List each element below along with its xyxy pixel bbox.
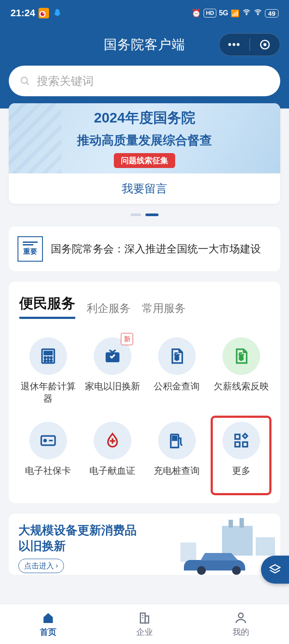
wifi-icon (242, 8, 251, 19)
important-badge-icon: 重要 (18, 236, 43, 262)
services-card: 便民服务 利企服务 常用服务 退休年龄计算器 新 家电以旧换新 ¥ (9, 282, 280, 503)
svg-point-23 (44, 439, 46, 441)
search-input[interactable]: 搜索关键词 (9, 66, 280, 96)
home-icon (41, 611, 55, 625)
svg-point-14 (44, 360, 46, 362)
important-news-card[interactable]: 重要 国务院常务会：深入推进全国统一大市场建设 (9, 227, 280, 271)
close-miniprogram-icon[interactable] (250, 39, 280, 50)
search-placeholder: 搜索关键词 (37, 74, 94, 89)
svg-point-37 (232, 566, 241, 575)
floating-action-button[interactable] (261, 556, 289, 584)
service-provident-fund[interactable]: ¥ 公积金查询 (146, 334, 207, 409)
service-blood-donation[interactable]: 电子献血证 (82, 418, 143, 493)
svg-point-11 (44, 357, 46, 359)
banner-line1: 2024年度国务院 (94, 108, 195, 128)
svg-point-12 (47, 357, 49, 359)
svg-rect-31 (222, 526, 253, 556)
svg-point-4 (257, 14, 258, 15)
banner-line2: 推动高质量发展综合督查 (77, 132, 212, 149)
svg-point-36 (197, 566, 206, 575)
svg-rect-10 (44, 352, 52, 355)
svg-point-6 (263, 43, 266, 46)
gas-station-icon (158, 422, 196, 459)
notification-icon (53, 8, 62, 18)
status-bar: 21:24 ⏰ HD 5G 📶 49 (0, 0, 289, 26)
svg-rect-32 (229, 520, 233, 528)
svg-line-8 (26, 82, 28, 84)
svg-point-7 (21, 77, 27, 83)
search-icon (19, 75, 31, 87)
service-retirement-calculator[interactable]: 退休年龄计算器 (18, 334, 78, 409)
service-charging-station[interactable]: 充电桩查询 (146, 418, 207, 493)
svg-rect-34 (256, 537, 275, 556)
status-left: 21:24 (11, 7, 62, 19)
banner-action-button[interactable]: 我要留言 (9, 173, 280, 204)
tab-public-service[interactable]: 便民服务 (19, 294, 75, 319)
tab-enterprise-service[interactable]: 利企服务 (87, 301, 130, 319)
document-money-green-icon: ¥ (222, 337, 260, 375)
banner-pager (9, 204, 280, 222)
alarm-icon: ⏰ (191, 8, 201, 18)
svg-rect-33 (240, 518, 244, 528)
building-icon (137, 611, 152, 625)
service-appliance-trade-in[interactable]: 新 家电以旧换新 (82, 334, 143, 409)
calculator-icon (29, 337, 67, 375)
service-social-security-card[interactable]: 电子社保卡 (18, 418, 78, 493)
banner-image[interactable]: 2024年度国务院 推动高质量发展综合督查 问题线索征集 (9, 103, 280, 173)
battery-level: 49 (265, 9, 278, 18)
banner-card[interactable]: 2024年度国务院 推动高质量发展综合督查 问题线索征集 我要留言 (9, 103, 280, 204)
promo-enter-button[interactable]: 点击进入› (18, 559, 64, 573)
service-wage-complaint[interactable]: ¥ 欠薪线索反映 (211, 334, 271, 409)
header-area: 搜索关键词 (0, 63, 289, 108)
title-bar: 国务院客户端 ••• (0, 26, 289, 63)
app-title: 国务院客户端 (104, 36, 185, 54)
hd-icon: HD (204, 9, 216, 18)
nav-home[interactable]: 首页 (0, 604, 96, 644)
services-grid: 退休年龄计算器 新 家电以旧换新 ¥ 公积金查询 ¥ 欠薪线索反映 (18, 334, 271, 493)
svg-rect-35 (180, 542, 196, 562)
pager-dot-active[interactable] (145, 214, 159, 216)
svg-point-3 (246, 14, 247, 15)
more-menu-icon[interactable]: ••• (219, 39, 250, 50)
svg-rect-39 (145, 616, 148, 623)
status-right: ⏰ HD 5G 📶 49 (191, 8, 278, 19)
new-badge: 新 (121, 333, 133, 345)
svg-point-2 (43, 12, 44, 14)
svg-point-42 (239, 613, 243, 618)
svg-point-13 (50, 357, 52, 359)
service-tabs: 便民服务 利企服务 常用服务 (18, 291, 271, 322)
svg-rect-22 (41, 436, 55, 445)
bottom-nav: 首页 企业 我的 (0, 604, 289, 644)
nav-mine[interactable]: 我的 (193, 604, 289, 644)
user-icon (234, 611, 248, 625)
service-more[interactable]: 更多 (211, 418, 271, 493)
svg-point-1 (41, 12, 45, 16)
document-money-icon: ¥ (158, 337, 196, 375)
svg-point-15 (47, 360, 49, 362)
annotation-highlight-box (211, 416, 271, 495)
weibo-icon (39, 8, 49, 18)
card-icon (29, 422, 67, 459)
promo-card[interactable]: 大规模设备更新消费品以旧换新 点击进入› (9, 514, 280, 575)
svg-rect-26 (173, 436, 176, 440)
promo-illustration (163, 518, 277, 575)
pager-dot[interactable] (130, 214, 141, 216)
status-time: 21:24 (11, 7, 35, 19)
banner-pill: 问题线索征集 (114, 153, 175, 168)
svg-text:¥: ¥ (239, 354, 243, 361)
news-headline: 国务院常务会：深入推进全国统一大市场建设 (51, 241, 261, 257)
svg-text:¥: ¥ (175, 354, 179, 361)
wifi-icon-2 (254, 8, 262, 19)
nav-enterprise[interactable]: 企业 (96, 604, 193, 644)
layers-icon (268, 563, 282, 576)
tab-common-service[interactable]: 常用服务 (142, 301, 186, 319)
network-label: 5G (219, 9, 228, 17)
svg-point-16 (50, 360, 52, 362)
miniprogram-capsule[interactable]: ••• (219, 33, 280, 56)
blood-drop-icon (94, 422, 131, 459)
signal-icon: 📶 (231, 9, 240, 18)
